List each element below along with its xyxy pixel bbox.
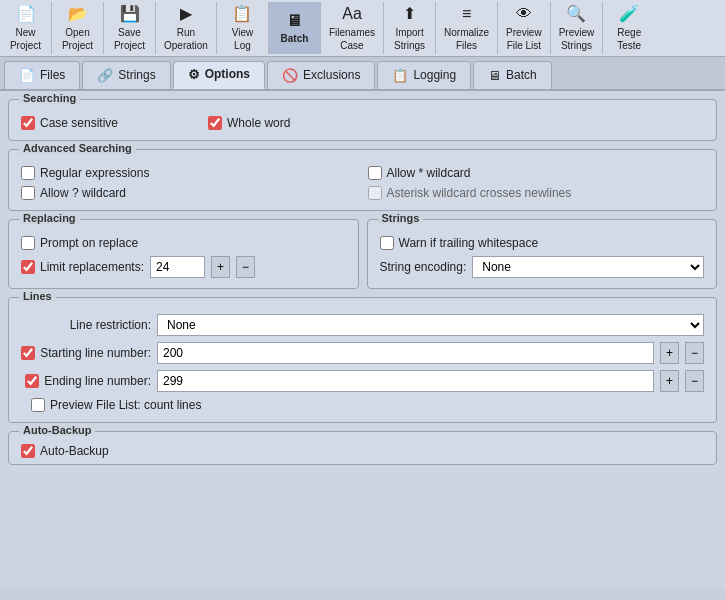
logging-tab-icon: 📋	[392, 68, 408, 83]
strings-section: Strings Warn if trailing whitespace Stri…	[367, 219, 718, 289]
allow-q-wildcard-input[interactable]	[21, 186, 35, 200]
preview-count-row: Preview File List: count lines	[21, 398, 704, 412]
ending-line-minus[interactable]: −	[685, 370, 704, 392]
tab-options[interactable]: ⚙ Options	[173, 61, 265, 89]
limit-replacements-input[interactable]	[21, 260, 35, 274]
ending-line-value[interactable]	[157, 370, 654, 392]
tab-exclusions[interactable]: 🚫 Exclusions	[267, 61, 375, 89]
whole-word-checkbox[interactable]: Whole word	[208, 116, 290, 130]
toolbar-view-log[interactable]: 📋 View Log	[217, 2, 269, 54]
run-operation-icon: ▶	[180, 4, 192, 25]
batch-tab-icon: 🖥	[488, 68, 501, 83]
preview-strings-icon: 🔍	[566, 4, 586, 25]
regular-expressions-input[interactable]	[21, 166, 35, 180]
advanced-searching-section: Advanced Searching Regular expressions A…	[8, 149, 717, 211]
whole-word-input[interactable]	[208, 116, 222, 130]
starting-line-plus[interactable]: +	[660, 342, 679, 364]
searching-label: Searching	[19, 92, 80, 104]
preview-count-input[interactable]	[31, 398, 45, 412]
auto-backup-label: Auto-Backup	[19, 424, 95, 436]
line-restriction-select[interactable]: None Odd Even Custom	[157, 314, 704, 336]
toolbar-open-project[interactable]: 📂 Open Project	[52, 2, 104, 54]
view-log-icon: 📋	[232, 4, 252, 25]
strings-tab-icon: 🔗	[97, 68, 113, 83]
regular-expressions-checkbox[interactable]: Regular expressions	[21, 166, 358, 180]
tab-logging[interactable]: 📋 Logging	[377, 61, 471, 89]
string-encoding-row: String encoding: None UTF-8 UTF-16 ASCII	[380, 256, 705, 278]
toolbar: 📄 New Project 📂 Open Project 💾 Save Proj…	[0, 0, 725, 57]
string-encoding-label: String encoding:	[380, 260, 467, 274]
replacing-section: Replacing Prompt on replace Limit replac…	[8, 219, 359, 289]
ending-line-input[interactable]	[25, 374, 39, 388]
limit-replacements-checkbox[interactable]: Limit replacements:	[21, 260, 144, 274]
batch-icon: 🖥	[286, 11, 302, 32]
filenames-case-icon: Aa	[342, 4, 362, 25]
line-restriction-row: Line restriction: None Odd Even Custom	[21, 314, 704, 336]
asterisk-newlines-input[interactable]	[368, 186, 382, 200]
warn-trailing-whitespace-checkbox[interactable]: Warn if trailing whitespace	[380, 236, 705, 250]
toolbar-rege-teste[interactable]: 🧪 Rege Teste	[603, 2, 655, 54]
tab-files[interactable]: 📄 Files	[4, 61, 80, 89]
toolbar-new-project[interactable]: 📄 New Project	[0, 2, 52, 54]
limit-replacements-value[interactable]	[150, 256, 205, 278]
files-tab-icon: 📄	[19, 68, 35, 83]
toolbar-normalize-files[interactable]: ≡ Normalize Files	[436, 2, 498, 54]
allow-star-wildcard-input[interactable]	[368, 166, 382, 180]
tabs-bar: 📄 Files 🔗 Strings ⚙ Options 🚫 Exclusions…	[0, 57, 725, 91]
normalize-files-icon: ≡	[462, 4, 471, 25]
starting-line-minus[interactable]: −	[685, 342, 704, 364]
tab-batch[interactable]: 🖥 Batch	[473, 61, 552, 89]
limit-replacements-row: Limit replacements: + −	[21, 256, 346, 278]
auto-backup-section: Auto-Backup Auto-Backup	[8, 431, 717, 465]
toolbar-preview-strings[interactable]: 🔍 Preview Strings	[551, 2, 604, 54]
starting-line-row: Starting line number: + −	[21, 342, 704, 364]
toolbar-run-operation[interactable]: ▶ Run Operation	[156, 2, 217, 54]
line-restriction-label: Line restriction:	[21, 318, 151, 332]
prompt-on-replace-checkbox[interactable]: Prompt on replace	[21, 236, 346, 250]
limit-minus-button[interactable]: −	[236, 256, 255, 278]
ending-line-plus[interactable]: +	[660, 370, 679, 392]
string-encoding-select[interactable]: None UTF-8 UTF-16 ASCII	[472, 256, 704, 278]
save-project-icon: 💾	[120, 4, 140, 25]
toolbar-import-strings[interactable]: ⬆ Import Strings	[384, 2, 436, 54]
lines-section: Lines Line restriction: None Odd Even Cu…	[8, 297, 717, 423]
starting-line-input[interactable]	[21, 346, 35, 360]
toolbar-preview-file-list[interactable]: 👁 Preview File List	[498, 2, 551, 54]
preview-file-list-icon: 👁	[516, 4, 532, 25]
strings-section-label: Strings	[378, 212, 424, 224]
prompt-on-replace-input[interactable]	[21, 236, 35, 250]
ending-line-checkbox[interactable]: Ending line number:	[21, 374, 151, 388]
auto-backup-checkbox[interactable]: Auto-Backup	[21, 444, 704, 458]
auto-backup-input[interactable]	[21, 444, 35, 458]
new-project-icon: 📄	[16, 4, 36, 25]
toolbar-save-project[interactable]: 💾 Save Project	[104, 2, 156, 54]
case-sensitive-checkbox[interactable]: Case sensitive	[21, 116, 118, 130]
preview-count-checkbox[interactable]: Preview File List: count lines	[31, 398, 201, 412]
allow-q-wildcard-checkbox[interactable]: Allow ? wildcard	[21, 186, 358, 200]
options-tab-icon: ⚙	[188, 67, 200, 82]
open-project-icon: 📂	[68, 4, 88, 25]
import-strings-icon: ⬆	[403, 4, 416, 25]
toolbar-batch[interactable]: 🖥 Batch	[269, 2, 321, 54]
allow-star-wildcard-checkbox[interactable]: Allow * wildcard	[368, 166, 705, 180]
toolbar-filenames-case[interactable]: Aa Filenames Case	[321, 2, 384, 54]
replacing-label: Replacing	[19, 212, 80, 224]
starting-line-value[interactable]	[157, 342, 654, 364]
replacing-strings-row: Replacing Prompt on replace Limit replac…	[8, 219, 717, 289]
warn-trailing-whitespace-input[interactable]	[380, 236, 394, 250]
starting-line-checkbox[interactable]: Starting line number:	[21, 346, 151, 360]
searching-section: Searching Case sensitive Whole word	[8, 99, 717, 141]
limit-plus-button[interactable]: +	[211, 256, 230, 278]
lines-label: Lines	[19, 290, 56, 302]
case-sensitive-input[interactable]	[21, 116, 35, 130]
tab-strings[interactable]: 🔗 Strings	[82, 61, 170, 89]
exclusions-tab-icon: 🚫	[282, 68, 298, 83]
advanced-searching-label: Advanced Searching	[19, 142, 136, 154]
rege-teste-icon: 🧪	[619, 4, 639, 25]
options-content: Searching Case sensitive Whole word Adva…	[0, 91, 725, 587]
ending-line-row: Ending line number: + −	[21, 370, 704, 392]
asterisk-newlines-checkbox[interactable]: Asterisk wildcard crosses newlines	[368, 186, 705, 200]
